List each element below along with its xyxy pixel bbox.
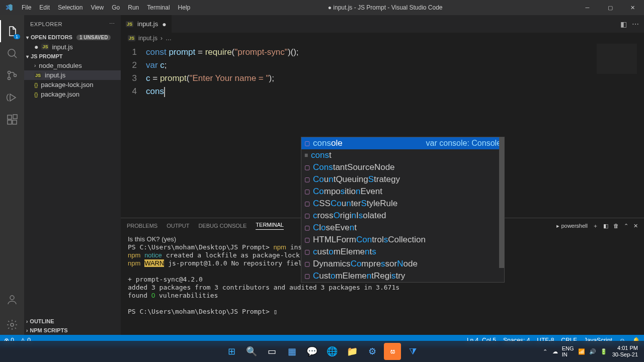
suggest-item[interactable]: ▢CompositionEvent	[301, 186, 504, 198]
outline-section[interactable]: ›OUTLINE	[24, 317, 121, 326]
file-explorer-icon[interactable]: 📁	[344, 343, 361, 360]
minimize-button[interactable]: ─	[576, 0, 599, 15]
debug-icon[interactable]	[0, 86, 24, 109]
edge-icon[interactable]: 🌐	[324, 343, 341, 360]
breadcrumb[interactable]: JS input.js › …	[121, 33, 644, 44]
breadcrumb-file: input.js	[138, 35, 157, 42]
menu-bar: File Edit Selection View Go Run Terminal…	[18, 4, 194, 11]
file-package-json[interactable]: {}package.json	[24, 89, 121, 99]
settings-icon[interactable]	[0, 315, 24, 335]
menu-file[interactable]: File	[18, 4, 35, 11]
breadcrumb-sep: ›	[160, 35, 163, 42]
variable-icon: ▢	[304, 200, 310, 207]
line-number: 3	[121, 72, 146, 85]
file-label: input.js	[45, 71, 65, 79]
variable-icon: ▢	[304, 248, 310, 255]
tab-debug-console[interactable]: DEBUG CONSOLE	[198, 223, 247, 229]
kill-terminal-icon[interactable]: 🗑	[613, 223, 619, 229]
search-icon[interactable]	[0, 42, 24, 64]
tab-terminal[interactable]: TERMINAL	[256, 222, 284, 230]
explorer-header: EXPLORER ⋯	[24, 15, 121, 33]
menu-selection[interactable]: Selection	[54, 4, 87, 11]
settings-taskbar-icon[interactable]: ⚙	[364, 343, 381, 360]
language-indicator[interactable]: ENGIN	[562, 345, 574, 357]
suggest-item[interactable]: ▢DynamicsCompressorNode	[301, 258, 504, 270]
source-control-icon[interactable]	[0, 64, 24, 86]
menu-terminal[interactable]: Terminal	[143, 4, 174, 11]
suggest-item[interactable]: ▢consolevar console: Console	[301, 137, 504, 149]
tab-label: input.js	[137, 20, 158, 28]
suggest-item[interactable]: ▢customElements	[301, 246, 504, 258]
breadcrumb-more: …	[166, 35, 172, 42]
suggest-item[interactable]: ≡const	[301, 149, 504, 161]
extensions-icon[interactable]	[0, 109, 24, 131]
xampp-icon[interactable]: ස	[384, 343, 401, 360]
volume-icon[interactable]: 🔊	[589, 348, 596, 355]
variable-icon: ▢	[304, 224, 310, 231]
menu-help[interactable]: Help	[174, 4, 195, 11]
suggest-item[interactable]: ▢CSSCounterStyleRule	[301, 198, 504, 210]
file-input-js[interactable]: JSinput.js	[24, 70, 121, 80]
code-editor[interactable]: 1const prompt = require("prompt-sync")()…	[121, 44, 644, 100]
tab-output[interactable]: OUTPUT	[167, 223, 189, 229]
task-view-icon[interactable]: ▭	[263, 343, 280, 360]
suggest-scrollbar[interactable]	[499, 137, 504, 282]
terminal-shell-label[interactable]: ▸ powershell	[556, 223, 588, 229]
js-file-icon: JS	[126, 21, 133, 27]
close-button[interactable]: ✕	[621, 0, 644, 15]
wifi-icon[interactable]: 📶	[578, 348, 585, 355]
variable-icon: ▢	[304, 164, 310, 171]
svg-rect-4	[8, 115, 12, 119]
json-file-icon: {}	[34, 92, 38, 98]
suggest-detail: var console: Console	[426, 139, 501, 148]
file-package-lock[interactable]: {}package-lock.json	[24, 80, 121, 89]
open-editors-label: OPEN EDITORS	[31, 34, 72, 40]
suggest-item[interactable]: ▢CloseEvent	[301, 222, 504, 234]
taskbar: ⊞ 🔍 ▭ ▦ 💬 🌐 📁 ⚙ ස ⧩ ⌃ ☁ ENGIN 📶 🔊 🔋 4:01…	[0, 341, 644, 362]
svg-point-0	[8, 49, 15, 56]
suggest-item[interactable]: ▢CustomElementRegistry	[301, 270, 504, 282]
menu-view[interactable]: View	[87, 4, 108, 11]
split-editor-icon[interactable]: ◧	[620, 20, 627, 28]
suggest-widget[interactable]: ▢consolevar console: Console ≡const ▢Con…	[301, 137, 505, 283]
maximize-button[interactable]: ▢	[599, 0, 621, 15]
tray-chevron-icon[interactable]: ⌃	[543, 348, 547, 355]
open-editors-section[interactable]: ▾OPEN EDITORS1 UNSAVED	[24, 33, 121, 42]
menu-run[interactable]: Run	[124, 4, 143, 11]
explorer-icon[interactable]: 1	[0, 20, 24, 42]
close-panel-icon[interactable]: ✕	[633, 223, 638, 229]
variable-icon: ▢	[304, 176, 310, 183]
suggest-item[interactable]: ▢HTMLFormControlsCollection	[301, 234, 504, 246]
new-terminal-icon[interactable]: ＋	[593, 222, 598, 230]
npm-scripts-section[interactable]: ›NPM SCRIPTS	[24, 326, 121, 335]
maximize-panel-icon[interactable]: ⌃	[624, 223, 628, 229]
split-terminal-icon[interactable]: ◧	[603, 223, 608, 229]
start-icon[interactable]: ⊞	[223, 343, 240, 360]
menu-go[interactable]: Go	[108, 4, 124, 11]
suggest-item[interactable]: ▢ConstantSourceNode	[301, 161, 504, 173]
explorer-more-icon[interactable]: ⋯	[109, 21, 115, 27]
onedrive-icon[interactable]: ☁	[552, 348, 558, 355]
svg-point-1	[8, 71, 11, 74]
battery-icon[interactable]: 🔋	[600, 348, 607, 355]
file-label: package.json	[41, 90, 79, 98]
widgets-icon[interactable]: ▦	[283, 343, 300, 360]
json-file-icon: {}	[34, 82, 38, 88]
tab-actions: ◧ ⋯	[615, 20, 644, 28]
clock[interactable]: 4:01 PM30-Sep-21	[612, 345, 638, 358]
chat-icon[interactable]: 💬	[303, 343, 320, 360]
suggest-item[interactable]: ▢CountQueuingStrategy	[301, 173, 504, 186]
modified-dot-icon: ●	[162, 20, 166, 28]
vscode-taskbar-icon[interactable]: ⧩	[404, 343, 421, 360]
search-taskbar-icon[interactable]: 🔍	[243, 343, 260, 360]
tab-problems[interactable]: PROBLEMS	[127, 223, 157, 229]
project-section[interactable]: ▾JS PROMPT	[24, 52, 121, 61]
account-icon[interactable]	[0, 289, 24, 311]
open-editor-item[interactable]: ●JSinput.js	[24, 42, 121, 52]
more-actions-icon[interactable]: ⋯	[632, 20, 639, 28]
menu-edit[interactable]: Edit	[35, 4, 54, 11]
suggest-item[interactable]: ▢crossOriginIsolated	[301, 210, 504, 222]
variable-icon: ▢	[304, 188, 310, 195]
tab-input-js[interactable]: JS input.js ●	[121, 15, 172, 33]
folder-node-modules[interactable]: ›node_modules	[24, 61, 121, 70]
